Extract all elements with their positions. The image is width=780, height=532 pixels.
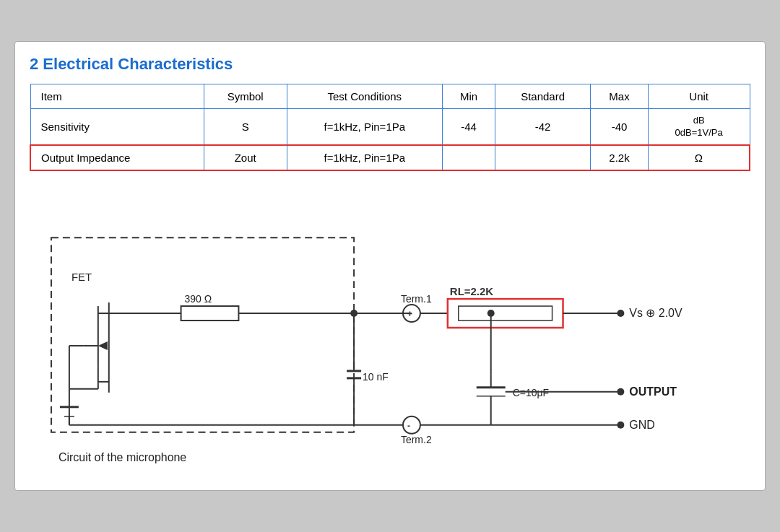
fet-arrow xyxy=(98,341,108,350)
col-header-test-conditions: Test Conditions xyxy=(287,84,443,108)
svg-text:+: + xyxy=(407,309,412,319)
highlighted-table-row: Output Impedance Zout f=1kHz, Pin=1Pa 2.… xyxy=(30,145,750,170)
col-header-max: Max xyxy=(591,84,649,108)
resistor-label: 390 Ω xyxy=(185,293,212,305)
row2-min xyxy=(443,145,495,170)
circuit-caption: Circuit of the microphone xyxy=(58,451,186,463)
row1-item: Sensitivity xyxy=(30,108,204,145)
gnd-dot xyxy=(617,422,624,429)
table-header-row: Item Symbol Test Conditions Min Standard… xyxy=(30,84,750,108)
vs-dot xyxy=(617,310,624,317)
row1-test-conditions: f=1kHz, Pin=1Pa xyxy=(287,108,443,145)
rl-resistor-symbol xyxy=(459,306,552,320)
circuit-svg: FET xyxy=(30,187,750,476)
col-header-item: Item xyxy=(30,84,204,108)
section-title: 2 Electrical Characteristics xyxy=(30,55,750,74)
svg-text:-: - xyxy=(407,421,410,431)
output-dot xyxy=(617,388,624,396)
row1-min: -44 xyxy=(443,108,495,145)
row2-test-conditions: f=1kHz, Pin=1Pa xyxy=(287,145,443,170)
rl-box xyxy=(448,299,563,328)
col-header-standard: Standard xyxy=(495,84,591,108)
row2-standard xyxy=(495,145,591,170)
row2-unit: Ω xyxy=(648,145,750,170)
term1-label: Term.1 xyxy=(401,293,432,305)
electrical-characteristics-table: Item Symbol Test Conditions Min Standard… xyxy=(30,84,750,172)
row1-unit: dB0dB=1V/Pa xyxy=(648,108,750,145)
term2-circle xyxy=(403,417,420,434)
col-header-symbol: Symbol xyxy=(204,84,287,108)
fet-label: FET xyxy=(72,271,92,284)
row1-max: -40 xyxy=(591,108,649,145)
output-label: OUTPUT xyxy=(629,385,677,398)
gnd-label: GND xyxy=(629,419,654,431)
table-row: Sensitivity S f=1kHz, Pin=1Pa -44 -42 -4… xyxy=(30,108,750,145)
rl-label: RL=2.2K xyxy=(450,285,494,297)
col-header-unit: Unit xyxy=(648,84,750,108)
resistor-symbol xyxy=(181,306,239,320)
junction-dot-top xyxy=(350,310,358,317)
row1-symbol: S xyxy=(204,108,287,145)
junction-dot-rl xyxy=(488,310,495,317)
capsule-box xyxy=(51,238,354,432)
row2-symbol: Zout xyxy=(204,145,287,170)
row1-standard: -42 xyxy=(495,108,591,145)
vs-label: Vs ⊕ 2.0V xyxy=(629,307,682,319)
row2-max: 2.2k xyxy=(591,145,649,170)
cap-label: 10 nF xyxy=(363,371,389,383)
row2-item: Output Impedance xyxy=(30,145,204,170)
main-card: 2 Electrical Characteristics Item Symbol… xyxy=(14,41,766,492)
col-header-min: Min xyxy=(443,84,495,108)
term2-label: Term.2 xyxy=(401,434,432,445)
circuit-diagram: FET xyxy=(30,187,750,476)
